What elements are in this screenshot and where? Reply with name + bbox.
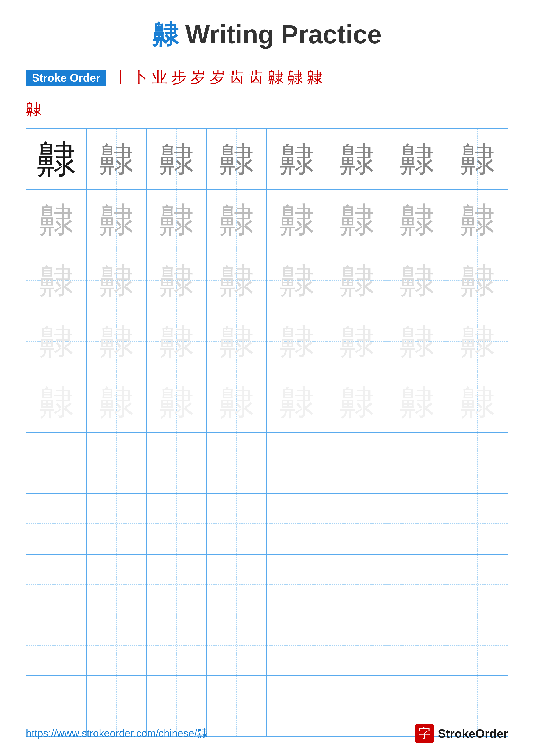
grid-cell-8-7[interactable]: [387, 554, 447, 615]
practice-char: 齂: [400, 142, 434, 176]
grid-cell-6-6[interactable]: [327, 433, 387, 493]
grid-cell-2-7[interactable]: 齂: [387, 190, 447, 250]
grid-cell-6-8[interactable]: [447, 433, 507, 493]
grid-cell-1-1[interactable]: 齂: [27, 129, 87, 189]
grid-cell-1-8[interactable]: 齂: [447, 129, 507, 189]
grid-cell-4-7[interactable]: 齂: [387, 311, 447, 371]
grid-cell-3-6[interactable]: 齂: [327, 251, 387, 310]
practice-char: 齂: [37, 140, 76, 178]
practice-char: 齂: [99, 202, 134, 237]
grid-cell-6-1[interactable]: [27, 433, 87, 493]
grid-cell-7-1[interactable]: [27, 494, 87, 554]
grid-cell-8-8[interactable]: [447, 554, 507, 615]
grid-cell-9-5[interactable]: [267, 615, 327, 675]
grid-cell-7-5[interactable]: [267, 494, 327, 554]
practice-char: 齂: [400, 324, 434, 359]
grid-row-2: 齂 齂 齂 齂 齂 齂 齂 齂: [27, 190, 507, 251]
grid-cell-7-6[interactable]: [327, 494, 387, 554]
grid-cell-9-7[interactable]: [387, 615, 447, 675]
practice-char: 齂: [39, 202, 73, 237]
grid-cell-5-6[interactable]: 齂: [327, 372, 387, 432]
grid-cell-8-5[interactable]: [267, 554, 327, 615]
grid-cell-2-4[interactable]: 齂: [207, 190, 267, 250]
grid-cell-3-1[interactable]: 齂: [27, 251, 87, 310]
grid-cell-5-3[interactable]: 齂: [147, 372, 207, 432]
grid-cell-8-3[interactable]: [147, 554, 207, 615]
grid-cell-9-8[interactable]: [447, 615, 507, 675]
grid-cell-1-6[interactable]: 齂: [327, 129, 387, 189]
grid-cell-8-2[interactable]: [87, 554, 147, 615]
practice-char: 齂: [159, 263, 194, 298]
grid-row-9: [27, 615, 507, 676]
practice-char: 齂: [400, 385, 434, 419]
grid-cell-9-3[interactable]: [147, 615, 207, 675]
practice-char: 齂: [460, 202, 495, 237]
grid-cell-2-8[interactable]: 齂: [447, 190, 507, 250]
grid-cell-9-1[interactable]: [27, 615, 87, 675]
practice-char: 齂: [99, 385, 134, 419]
grid-cell-9-2[interactable]: [87, 615, 147, 675]
grid-row-4: 齂 齂 齂 齂 齂 齂 齂 齂: [27, 311, 507, 372]
grid-cell-4-2[interactable]: 齂: [87, 311, 147, 371]
stroke-final-label: 齂: [26, 99, 508, 120]
grid-row-7: [27, 494, 507, 554]
grid-cell-1-5[interactable]: 齂: [267, 129, 327, 189]
grid-cell-9-6[interactable]: [327, 615, 387, 675]
grid-cell-6-2[interactable]: [87, 433, 147, 493]
grid-cell-3-2[interactable]: 齂: [87, 251, 147, 310]
grid-cell-8-6[interactable]: [327, 554, 387, 615]
grid-cell-2-3[interactable]: 齂: [147, 190, 207, 250]
grid-cell-7-8[interactable]: [447, 494, 507, 554]
page-title: 齂 Writing Practice: [26, 17, 508, 52]
grid-cell-5-1[interactable]: 齂: [27, 372, 87, 432]
grid-cell-4-6[interactable]: 齂: [327, 311, 387, 371]
footer-url[interactable]: https://www.strokeorder.com/chinese/齂: [26, 726, 207, 740]
grid-cell-4-5[interactable]: 齂: [267, 311, 327, 371]
grid-cell-6-7[interactable]: [387, 433, 447, 493]
grid-cell-3-7[interactable]: 齂: [387, 251, 447, 310]
grid-cell-5-8[interactable]: 齂: [447, 372, 507, 432]
grid-cell-6-4[interactable]: [207, 433, 267, 493]
practice-char: 齂: [159, 142, 194, 176]
grid-cell-6-5[interactable]: [267, 433, 327, 493]
practice-grid: 齂 齂 齂 齂 齂 齂 齂 齂: [26, 128, 508, 737]
grid-cell-7-2[interactable]: [87, 494, 147, 554]
grid-cell-1-3[interactable]: 齂: [147, 129, 207, 189]
grid-cell-6-3[interactable]: [147, 433, 207, 493]
practice-char: 齂: [219, 202, 254, 237]
grid-row-5: 齂 齂 齂 齂 齂 齂 齂 齂: [27, 372, 507, 433]
grid-cell-1-7[interactable]: 齂: [387, 129, 447, 189]
grid-cell-3-4[interactable]: 齂: [207, 251, 267, 310]
grid-cell-9-4[interactable]: [207, 615, 267, 675]
grid-cell-3-3[interactable]: 齂: [147, 251, 207, 310]
grid-cell-3-8[interactable]: 齂: [447, 251, 507, 310]
grid-cell-1-2[interactable]: 齂: [87, 129, 147, 189]
stroke-step-10: 齂: [287, 69, 303, 85]
grid-cell-1-4[interactable]: 齂: [207, 129, 267, 189]
practice-char: 齂: [280, 324, 314, 359]
grid-cell-5-4[interactable]: 齂: [207, 372, 267, 432]
practice-char: 齂: [39, 263, 73, 298]
grid-cell-8-1[interactable]: [27, 554, 87, 615]
practice-char: 齂: [460, 324, 495, 359]
grid-cell-8-4[interactable]: [207, 554, 267, 615]
grid-cell-3-5[interactable]: 齂: [267, 251, 327, 310]
stroke-step-11: 齂: [307, 69, 322, 85]
grid-cell-5-7[interactable]: 齂: [387, 372, 447, 432]
grid-cell-5-5[interactable]: 齂: [267, 372, 327, 432]
grid-cell-7-4[interactable]: [207, 494, 267, 554]
grid-cell-4-4[interactable]: 齂: [207, 311, 267, 371]
grid-cell-2-6[interactable]: 齂: [327, 190, 387, 250]
grid-cell-2-1[interactable]: 齂: [27, 190, 87, 250]
grid-cell-2-2[interactable]: 齂: [87, 190, 147, 250]
practice-char: 齂: [159, 385, 194, 419]
grid-cell-4-1[interactable]: 齂: [27, 311, 87, 371]
grid-cell-5-2[interactable]: 齂: [87, 372, 147, 432]
grid-cell-2-5[interactable]: 齂: [267, 190, 327, 250]
grid-cell-4-8[interactable]: 齂: [447, 311, 507, 371]
grid-cell-7-3[interactable]: [147, 494, 207, 554]
grid-cell-4-3[interactable]: 齂: [147, 311, 207, 371]
practice-char: 齂: [280, 202, 314, 237]
practice-char: 齂: [460, 142, 495, 176]
grid-cell-7-7[interactable]: [387, 494, 447, 554]
